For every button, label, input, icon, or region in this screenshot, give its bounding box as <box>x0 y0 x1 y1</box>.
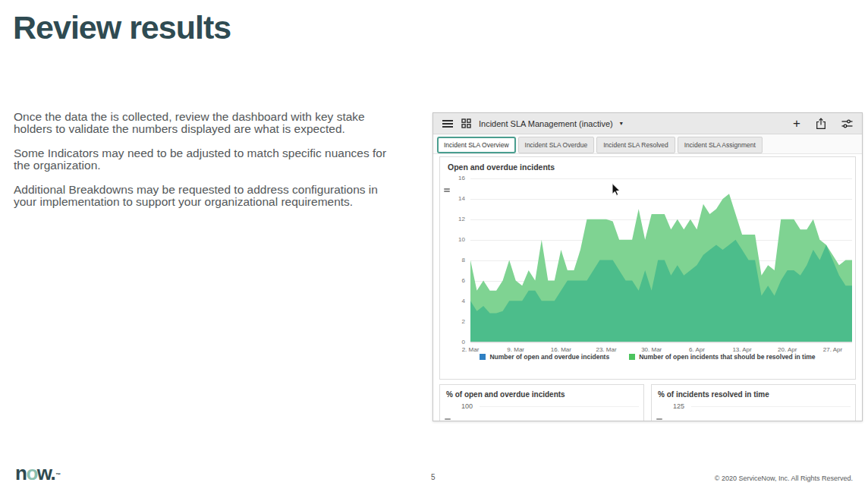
sliders-icon[interactable] <box>841 118 853 129</box>
kpi-title: % of open and overdue incidents <box>440 385 643 399</box>
y-axis-label: 14 <box>440 195 465 202</box>
legend-item[interactable]: Number of open incidents that should be … <box>629 353 815 361</box>
logo-o: o <box>26 462 36 484</box>
y-axis-label: 16 <box>440 175 465 181</box>
kpi-gridline <box>691 406 851 407</box>
dashboard-tab-1[interactable]: Incident SLA Overview <box>437 137 516 153</box>
x-axis-label: 20. Apr <box>769 346 806 353</box>
slide: Review results Once the data the is coll… <box>0 0 868 492</box>
y-axis-label: 2 <box>440 318 465 325</box>
paragraph-2: Some Indicators may need to be adjusted … <box>14 147 392 172</box>
legend-swatch <box>629 354 635 360</box>
mouse-cursor <box>612 183 621 197</box>
x-axis-label: 16. Mar <box>542 346 579 353</box>
legend-swatch <box>480 354 486 360</box>
dashboard-tab-2[interactable]: Incident SLA Overdue <box>518 137 595 153</box>
page-number: 5 <box>431 473 436 481</box>
x-axis-label: 6. Apr <box>678 346 715 353</box>
y-axis-label: 12 <box>440 216 465 222</box>
x-axis-label: 23. Mar <box>588 346 624 353</box>
paragraph-1: Once the data the is collected, review t… <box>14 111 392 136</box>
y-axis-label: 6 <box>440 277 465 284</box>
chart-legend: Number of open and overdue incidentsNumb… <box>440 353 855 361</box>
dashboard-tab-3[interactable]: Incident SLA Resolved <box>596 137 675 153</box>
chart-card: Open and overdue incidents Number of ope… <box>439 156 856 380</box>
y-axis-label: 0 <box>440 339 465 345</box>
kpi-title: % of incidents resolved in time <box>652 385 855 399</box>
kpi-card-resolved[interactable]: % of incidents resolved in time 125 <box>651 384 856 421</box>
chart-title: Open and overdue incidents <box>448 162 555 172</box>
y-axis-label: 10 <box>440 236 465 243</box>
grid-icon[interactable] <box>461 118 471 128</box>
axis-options-icon[interactable] <box>656 418 662 421</box>
page-title: Review results <box>13 11 231 45</box>
axis-options-icon[interactable] <box>445 418 451 421</box>
servicenow-logo: now.™ <box>15 462 61 485</box>
dashboard-screenshot: Incident SLA Management (inactive) ▾ + I… <box>432 112 863 421</box>
kpi-card-overdue[interactable]: % of open and overdue incidents 100 <box>439 384 644 421</box>
chart-plot-area[interactable] <box>470 178 852 342</box>
add-icon[interactable]: + <box>793 117 800 130</box>
dashboard-title[interactable]: Incident SLA Management (inactive) <box>479 119 613 128</box>
legend-label: Number of open and overdue incidents <box>489 353 609 361</box>
legend-label: Number of open incidents that should be … <box>639 353 815 361</box>
gridline <box>470 342 852 343</box>
menu-icon[interactable] <box>442 118 453 129</box>
y-axis-options-icon[interactable] <box>444 188 450 192</box>
x-axis-label: 13. Apr <box>724 346 760 353</box>
share-icon[interactable] <box>816 118 826 130</box>
chevron-down-icon[interactable]: ▾ <box>620 120 623 127</box>
dashboard-tab-4[interactable]: Incident SLA Assignment <box>678 137 763 153</box>
copyright: © 2020 ServiceNow, Inc. All Rights Reser… <box>715 475 853 482</box>
dashboard-header: Incident SLA Management (inactive) ▾ + <box>433 113 862 134</box>
paragraph-3: Additional Breakdowns may be requested t… <box>14 184 392 209</box>
x-axis-label: 27. Apr <box>814 346 851 353</box>
x-axis-label: 30. Mar <box>634 346 670 353</box>
y-axis-label: 8 <box>440 257 465 263</box>
kpi-axis-value: 100 <box>461 402 473 410</box>
kpi-row: % of open and overdue incidents 100 % of… <box>439 384 856 421</box>
y-axis-label: 4 <box>440 298 465 304</box>
body-text: Once the data the is collected, review t… <box>14 111 392 220</box>
kpi-axis-value: 125 <box>673 402 684 410</box>
x-axis-label: 9. Mar <box>498 346 534 353</box>
kpi-gridline <box>480 406 639 407</box>
dashboard-tabs: Incident SLA OverviewIncident SLA Overdu… <box>433 134 862 154</box>
legend-item[interactable]: Number of open and overdue incidents <box>480 353 609 361</box>
x-axis-label: 2. Mar <box>452 346 489 353</box>
trademark: ™ <box>55 472 61 478</box>
